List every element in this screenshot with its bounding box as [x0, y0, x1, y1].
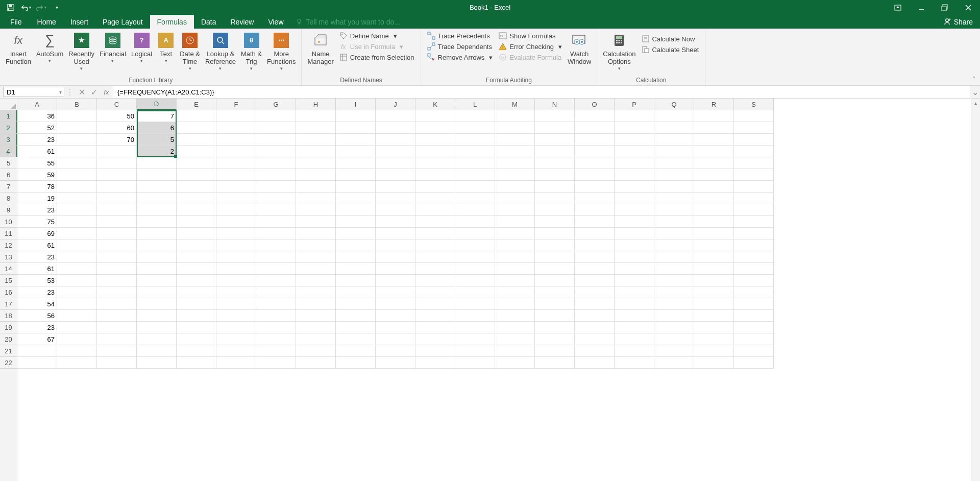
cell[interactable] [734, 322, 774, 333]
cell[interactable] [296, 157, 336, 169]
cell[interactable] [654, 134, 694, 146]
cell[interactable] [415, 263, 455, 275]
cell[interactable] [615, 310, 654, 322]
minimize-icon[interactable] [910, 0, 933, 15]
cell[interactable] [137, 275, 177, 286]
cell[interactable] [455, 122, 495, 134]
cell[interactable] [376, 286, 415, 298]
cell[interactable] [734, 345, 774, 357]
cell[interactable] [415, 216, 455, 228]
tell-me-search[interactable]: Tell me what you want to do... [291, 15, 405, 29]
column-header[interactable]: C [97, 99, 137, 110]
cell[interactable] [376, 134, 415, 146]
cell[interactable] [177, 322, 216, 333]
cell[interactable] [336, 345, 376, 357]
cell[interactable] [57, 193, 97, 204]
cell[interactable] [256, 345, 296, 357]
cell[interactable] [177, 134, 216, 146]
cell[interactable] [376, 216, 415, 228]
cell[interactable]: 59 [17, 169, 57, 181]
row-header[interactable]: 2 [0, 122, 17, 134]
calculate-now-button[interactable]: Calculate Now [639, 34, 702, 44]
cell[interactable] [376, 251, 415, 263]
cell[interactable] [575, 216, 615, 228]
cell[interactable] [615, 122, 654, 134]
row-header[interactable]: 13 [0, 251, 17, 263]
cell[interactable] [376, 122, 415, 134]
autosum-button[interactable]: ∑ AutoSum▾ [34, 30, 66, 63]
cell[interactable] [495, 322, 535, 333]
qat-customize-icon[interactable]: ▾ [50, 2, 63, 14]
cell[interactable] [216, 357, 256, 369]
cell[interactable] [694, 134, 734, 146]
cell[interactable] [336, 134, 376, 146]
cell[interactable]: 67 [17, 333, 57, 345]
fx-icon[interactable]: fx [100, 86, 113, 98]
cell[interactable] [694, 216, 734, 228]
cell[interactable] [734, 146, 774, 157]
cell[interactable] [376, 181, 415, 193]
cell[interactable] [694, 263, 734, 275]
cell[interactable] [57, 275, 97, 286]
row-header[interactable]: 3 [0, 134, 17, 146]
cell[interactable] [256, 122, 296, 134]
cell[interactable] [376, 228, 415, 239]
row-header[interactable]: 18 [0, 310, 17, 322]
column-header[interactable]: M [495, 99, 535, 110]
cell[interactable] [137, 357, 177, 369]
cell[interactable] [495, 298, 535, 310]
cell[interactable] [177, 216, 216, 228]
cell[interactable] [177, 286, 216, 298]
cell[interactable] [336, 275, 376, 286]
cell[interactable]: 36 [17, 110, 57, 122]
cell[interactable] [734, 216, 774, 228]
cell[interactable] [694, 110, 734, 122]
cell[interactable] [734, 263, 774, 275]
cell[interactable] [694, 322, 734, 333]
chevron-down-icon[interactable]: ▾ [59, 89, 62, 95]
cell[interactable] [575, 286, 615, 298]
cell[interactable] [415, 204, 455, 216]
cell[interactable] [256, 228, 296, 239]
cell[interactable] [654, 193, 694, 204]
cell[interactable] [216, 263, 256, 275]
cell[interactable] [455, 169, 495, 181]
tab-data[interactable]: Data [194, 15, 224, 29]
cell[interactable] [137, 310, 177, 322]
column-header[interactable]: J [376, 99, 415, 110]
cell[interactable] [415, 357, 455, 369]
cell[interactable] [256, 239, 296, 251]
cell[interactable] [615, 216, 654, 228]
cell[interactable] [256, 333, 296, 345]
row-header[interactable]: 19 [0, 322, 17, 333]
redo-icon[interactable]: ▾ [35, 2, 48, 14]
row-header[interactable]: 14 [0, 263, 17, 275]
cell[interactable] [216, 298, 256, 310]
cell[interactable] [415, 193, 455, 204]
cell[interactable] [455, 333, 495, 345]
cell[interactable] [535, 251, 575, 263]
cell[interactable] [17, 357, 57, 369]
cell[interactable] [694, 286, 734, 298]
cell[interactable] [495, 357, 535, 369]
cell[interactable] [296, 310, 336, 322]
close-icon[interactable] [957, 0, 980, 15]
watch-window-button[interactable]: Watch Window [565, 30, 594, 66]
cell[interactable] [296, 333, 336, 345]
cell[interactable]: 56 [17, 310, 57, 322]
cell[interactable] [216, 204, 256, 216]
cell[interactable] [654, 157, 694, 169]
cell[interactable] [57, 122, 97, 134]
cell[interactable] [296, 275, 336, 286]
cell[interactable] [216, 322, 256, 333]
define-name-button[interactable]: Define Name ▾ [336, 31, 418, 41]
cell[interactable] [535, 122, 575, 134]
cell[interactable]: 75 [17, 216, 57, 228]
cell[interactable] [495, 193, 535, 204]
cell[interactable] [575, 110, 615, 122]
cell[interactable] [296, 122, 336, 134]
cell[interactable] [654, 251, 694, 263]
cell[interactable] [615, 228, 654, 239]
cell[interactable] [535, 322, 575, 333]
use-in-formula-button[interactable]: fx Use in Formula ▾ [336, 41, 418, 52]
